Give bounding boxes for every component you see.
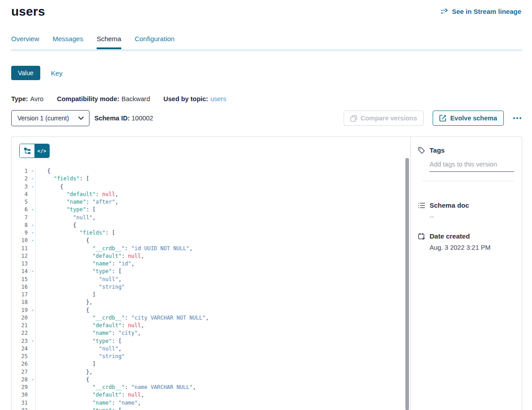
- line-number: 6: [12, 206, 30, 214]
- fold-gutter: [30, 345, 36, 353]
- fold-arrow-icon[interactable]: ▾: [30, 222, 36, 229]
- code-line: 28▾ {: [12, 376, 404, 384]
- line-number: 21: [12, 322, 30, 329]
- code-text: "__crdb__": "city VARCHAR NOT NULL",: [36, 314, 209, 322]
- fold-gutter: [30, 276, 36, 283]
- fold-gutter: [30, 299, 36, 306]
- used-by-topic-label: Used by topic:: [163, 95, 208, 102]
- code-text: {: [36, 167, 51, 175]
- code-text: },: [36, 299, 93, 306]
- code-line: 1▾ {: [12, 167, 404, 175]
- code-text: "null",: [36, 345, 122, 353]
- tree-view-icon: [24, 147, 31, 154]
- line-number: 8: [12, 222, 30, 229]
- tab-configuration[interactable]: Configuration: [135, 35, 174, 49]
- edit-schema-icon: [439, 115, 447, 122]
- schema-actions: Compare versions Evolve schema: [344, 111, 522, 126]
- code-view-button[interactable]: </>: [34, 144, 49, 158]
- code-line: 30 "default": null,: [12, 391, 404, 399]
- schema-page: users See in Stream lineage Overview Mes…: [0, 0, 532, 410]
- schema-meta-row: Type:Avro Compatibility mode:Backward Us…: [11, 95, 532, 102]
- fold-arrow-icon[interactable]: ▾: [30, 237, 36, 244]
- code-line: 32▾ "type": [: [12, 407, 404, 410]
- code-line: 22 "name": "city",: [12, 329, 404, 337]
- editor-view-toggle: </>: [19, 144, 50, 158]
- schema-doc-value: --: [430, 213, 514, 220]
- code-text: {: [36, 376, 89, 384]
- line-number: 10: [12, 237, 30, 244]
- fold-arrow-icon[interactable]: ▾: [30, 268, 36, 275]
- line-number: 18: [12, 299, 30, 306]
- key-toggle-link[interactable]: Key: [51, 69, 63, 77]
- fold-arrow-icon[interactable]: ▾: [30, 167, 36, 175]
- code-text: "name": "after",: [36, 198, 118, 206]
- line-number: 20: [12, 314, 30, 322]
- fold-gutter: [30, 329, 36, 337]
- value-toggle-button[interactable]: Value: [11, 66, 40, 80]
- editor-scrollbar[interactable]: [405, 158, 409, 410]
- line-number: 31: [12, 399, 30, 407]
- fold-gutter: [30, 245, 36, 252]
- compatibility-value: Backward: [122, 95, 150, 102]
- line-number: 15: [12, 276, 30, 283]
- code-text: },: [36, 368, 93, 376]
- code-line: 31 "name": "name",: [12, 399, 404, 407]
- schema-doc-heading: Schema doc: [430, 201, 469, 209]
- code-text: "__crdb__": "id UUID NOT NULL",: [36, 245, 193, 252]
- value-key-toggle: Value Key: [11, 66, 532, 80]
- schema-sidebar: Tags Schema doc --: [411, 137, 522, 410]
- tab-messages[interactable]: Messages: [53, 35, 83, 49]
- topic-link[interactable]: users: [210, 95, 226, 102]
- code-line: 25 "string": [12, 353, 404, 360]
- list-icon: [418, 202, 425, 209]
- code-text: "default": null,: [36, 252, 144, 260]
- compare-versions-button[interactable]: Compare versions: [344, 111, 424, 126]
- fold-gutter: [30, 360, 36, 368]
- code-line: 29 "__crdb__": "name VARCHAR NULL",: [12, 384, 404, 391]
- tab-overview[interactable]: Overview: [11, 35, 39, 49]
- code-line: 16 "string": [12, 283, 404, 291]
- line-number: 11: [12, 245, 30, 252]
- code-lines: 1▾ {2▾ "fields": [3▾ {4 "default": null,…: [12, 167, 404, 410]
- fold-arrow-icon[interactable]: ▾: [30, 337, 36, 345]
- version-select[interactable]: Version 1 (current): [11, 110, 89, 126]
- add-tags-input[interactable]: [430, 161, 514, 172]
- fold-gutter: [30, 399, 36, 407]
- code-line: 19▾ {: [12, 307, 404, 314]
- fold-gutter: [30, 283, 36, 291]
- stream-lineage-link[interactable]: See in Stream lineage: [441, 8, 521, 15]
- fold-arrow-icon[interactable]: ▾: [30, 229, 36, 237]
- fold-arrow-icon[interactable]: ▾: [30, 307, 36, 314]
- code-text: ]: [36, 360, 96, 368]
- tags-heading: Tags: [430, 146, 445, 154]
- page-title: users: [11, 4, 45, 19]
- code-text: "fields": [: [36, 175, 89, 183]
- more-options-button[interactable]: [512, 115, 522, 122]
- code-text: {: [36, 307, 89, 314]
- line-number: 22: [12, 329, 30, 337]
- date-created-value: Aug. 3 2022 3:21 PM: [430, 244, 514, 251]
- fold-gutter: [30, 368, 36, 376]
- fold-gutter: [30, 191, 36, 198]
- fold-arrow-icon[interactable]: ▾: [30, 407, 36, 410]
- fold-arrow-icon[interactable]: ▾: [30, 175, 36, 183]
- line-number: 5: [12, 198, 30, 206]
- page-header: users See in Stream lineage: [0, 0, 532, 19]
- fold-arrow-icon[interactable]: ▾: [30, 206, 36, 214]
- fold-arrow-icon[interactable]: ▾: [30, 183, 36, 191]
- tree-view-button[interactable]: [20, 144, 34, 158]
- evolve-schema-button[interactable]: Evolve schema: [433, 111, 504, 126]
- code-text: "__crdb__": "name VARCHAR NULL",: [36, 384, 196, 391]
- code-line: 23▾ "type": [: [12, 337, 404, 345]
- ellipsis-icon: [513, 117, 515, 119]
- date-created-heading-row: Date created: [418, 232, 514, 240]
- fold-arrow-icon[interactable]: ▾: [30, 376, 36, 384]
- line-number: 26: [12, 360, 30, 368]
- tab-schema[interactable]: Schema: [97, 35, 121, 49]
- code-text: "name": "city",: [36, 329, 141, 337]
- code-text: "name": "name",: [36, 399, 141, 407]
- code-line: 8▾ {: [12, 222, 404, 229]
- code-text: "type": [: [36, 268, 122, 275]
- schema-id: Schema ID: 100002: [94, 115, 153, 122]
- fold-gutter: [30, 260, 36, 268]
